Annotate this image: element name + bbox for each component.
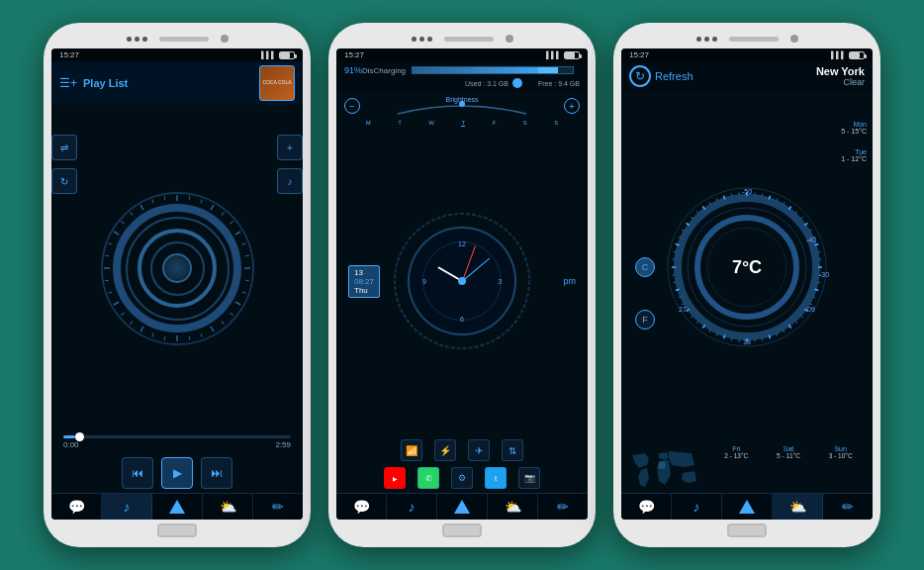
day-F: F (493, 120, 497, 127)
next-btn[interactable]: ⏭ (201, 457, 232, 489)
svg-line-8 (245, 255, 249, 256)
speaker-grille-1 (159, 37, 209, 42)
menu-icon[interactable]: ☰+ (59, 76, 77, 90)
twitter-icon[interactable]: t (485, 467, 507, 489)
fahrenheit-btn[interactable]: F (635, 310, 655, 330)
playback-controls: ⏮ ▶ ⏭ (51, 453, 303, 493)
phone-weather: 15:27 ▌▌▌ ↻ Refresh New York Clear (613, 23, 880, 547)
clock-container: 12 3 6 9 13 08:27 Thu pm (336, 127, 588, 435)
sys-icons-row: 📶 ⚡ ✈ ⇅ (336, 435, 588, 465)
svg-line-1 (189, 196, 190, 200)
nav-chat-2[interactable]: 💬 (336, 494, 387, 520)
svg-line-17 (189, 336, 190, 340)
svg-line-87 (674, 282, 677, 283)
status-bar-1: 15:27 ▌▌▌ (51, 48, 303, 61)
play-btn[interactable]: ▶ (161, 457, 193, 489)
clock-center (458, 277, 466, 285)
used-storage: Used : 3.1 GB (465, 78, 522, 88)
nav-home-3[interactable] (722, 494, 773, 520)
nav-edit-1[interactable]: ✏ (253, 494, 303, 520)
forecast-mon-day: Mon (841, 121, 867, 128)
brightness-minus[interactable]: − (344, 98, 360, 114)
sys-header: 91% DisCharging Used : 3.1 GB Free : 9.4… (336, 61, 588, 92)
day-M: M (366, 120, 371, 127)
svg-line-32 (130, 212, 133, 215)
speaker-grille-3 (729, 37, 779, 42)
dot (412, 37, 416, 42)
shuffle-btn[interactable]: ⇌ (51, 135, 77, 160)
nav-music-1[interactable]: ♪ (102, 494, 152, 520)
wifi-icon[interactable]: 📶 (401, 439, 422, 461)
repeat-btn[interactable]: ↻ (51, 168, 77, 194)
brightness-plus[interactable]: + (564, 98, 580, 114)
status-time-2: 15:27 (344, 50, 364, 59)
forecast-fri: Fri 2 - 13°C (724, 445, 748, 459)
svg-line-6 (235, 232, 240, 235)
svg-line-3 (211, 205, 214, 210)
circles-display (98, 189, 256, 347)
home-button-3[interactable] (727, 523, 767, 537)
camera-icon[interactable]: 📷 (518, 467, 540, 489)
day-T2: T (461, 120, 465, 127)
refresh-btn[interactable]: ↻ Refresh (629, 65, 693, 87)
phone-top-1 (51, 31, 303, 48)
nav-home-1[interactable] (152, 494, 203, 520)
nav-weather-1[interactable]: ⛅ (203, 494, 253, 520)
bluetooth-icon[interactable]: ⚡ (434, 439, 456, 461)
swap-icon[interactable]: ⇅ (502, 439, 523, 461)
storage-row: Used : 3.1 GB Free : 9.4 GB (344, 78, 580, 88)
status-bar-2: 15:27 ▌▌▌ (336, 48, 588, 61)
status-right-2: ▌▌▌ (546, 51, 580, 59)
weather-condition: Clear (816, 77, 865, 87)
airplane-icon[interactable]: ✈ (468, 439, 490, 461)
battery-icon-3 (849, 51, 865, 59)
album-art: COCA COLA (259, 65, 295, 101)
signal-icon-3: ▌▌▌ (831, 51, 846, 58)
date-box: 13 08:27 Thu (348, 265, 380, 298)
prev-btn[interactable]: ⏮ (122, 457, 153, 489)
screen-music: 15:27 ▌▌▌ ☰+ Play List COCA COLA ⇌ ↻ (51, 48, 303, 520)
nav-weather-3[interactable]: ⛅ (773, 494, 823, 520)
svg-line-28 (105, 255, 109, 256)
nav-music-2[interactable]: ♪ (387, 494, 437, 520)
svg-line-35 (164, 196, 165, 200)
nav-music-3[interactable]: ♪ (672, 494, 722, 520)
svg-line-34 (152, 199, 153, 203)
forecast-sun-temp: 3 - 10°C (829, 452, 853, 459)
clock-face: 12 3 6 9 (408, 227, 516, 335)
phone-music: 15:27 ▌▌▌ ☰+ Play List COCA COLA ⇌ ↻ (44, 23, 311, 547)
nav-edit-3[interactable]: ✏ (823, 494, 873, 520)
celsius-btn[interactable]: C (635, 257, 655, 277)
weather-dial-wrapper: Mon 5 - 15°C Tue 1 - 12°C (621, 91, 873, 443)
dot (419, 37, 424, 42)
whatsapp-icon[interactable]: ✆ (417, 467, 439, 489)
svg-line-22 (130, 322, 133, 325)
nav-chat-1[interactable]: 💬 (51, 494, 102, 520)
home-button-1[interactable] (157, 523, 197, 537)
city-name: New York (816, 65, 865, 77)
svg-line-72 (762, 337, 763, 340)
svg-line-12 (235, 302, 240, 305)
svg-line-25 (108, 292, 112, 293)
svg-line-13 (231, 313, 233, 316)
nav-weather-2[interactable]: ⛅ (488, 494, 538, 520)
signal-icon-2: ▌▌▌ (546, 51, 561, 58)
youtube-icon[interactable]: ▶ (384, 467, 406, 489)
nav-home-2[interactable] (437, 494, 488, 520)
svg-line-23 (121, 313, 124, 316)
nav-edit-2[interactable]: ✏ (538, 494, 588, 520)
home-button-2[interactable] (442, 523, 482, 537)
current-time: 0:00 (63, 440, 79, 449)
volume-btn[interactable]: ♪ (277, 168, 303, 194)
brightness-area: − Brightness + (336, 92, 588, 120)
forecast-right: Mon 5 - 15°C Tue 1 - 12°C (841, 121, 867, 176)
battery-fill (413, 67, 558, 73)
phone-bottom-2 (336, 520, 588, 539)
signal-icon: ▌▌▌ (261, 51, 276, 58)
dot (712, 37, 717, 42)
forecast-mon-temp: 5 - 15°C (841, 128, 867, 135)
add-btn[interactable]: + (277, 135, 303, 160)
progress-track[interactable] (63, 435, 291, 438)
nav-chat-3[interactable]: 💬 (621, 494, 672, 520)
settings-icon[interactable]: ⚙ (451, 467, 473, 489)
